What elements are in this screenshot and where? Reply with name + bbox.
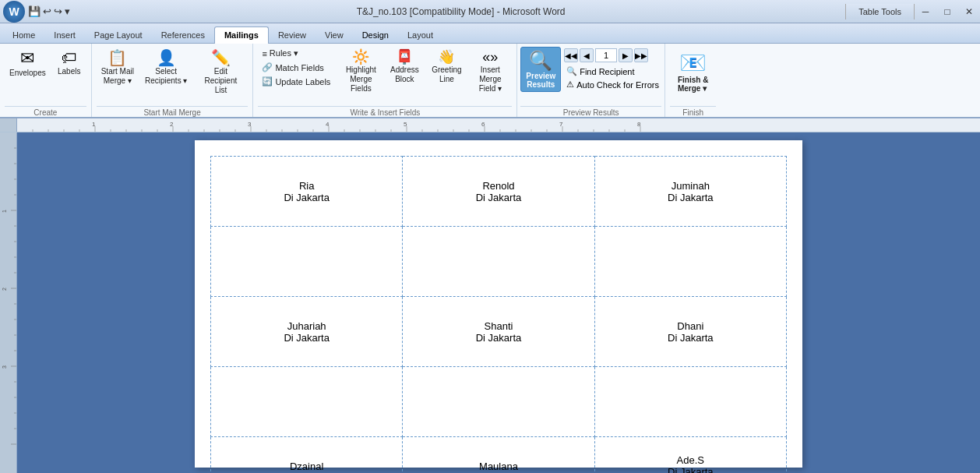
document-area[interactable]: RiaDi JakartaRenoldDi JakartaJuminahDi J… [17,132,980,473]
auto-check-icon: ⚠ [566,79,574,90]
document-page: RiaDi JakartaRenoldDi JakartaJuminahDi J… [195,140,802,468]
match-fields-icon: 🔗 [262,62,273,72]
start-mail-merge-button[interactable]: 📋 Start MailMerge ▾ [97,47,139,89]
table-cell-4-1[interactable]: MaulanaDi Jakarta [403,437,594,474]
table-tools-label: Table Tools [845,4,915,19]
table-cell-3-0[interactable] [211,367,403,437]
cell-city-0-0: Di Jakarta [217,192,396,203]
table-cell-0-0[interactable]: RiaDi Jakarta [211,157,403,227]
table-cell-2-0[interactable]: JuhariahDi Jakarta [211,297,403,367]
undo-icon[interactable]: ↩ [43,5,51,17]
envelopes-label: Envelopes [9,69,46,78]
labels-button[interactable]: 🏷 Labels [52,47,86,79]
find-recipient-icon: 🔍 [566,66,577,76]
match-fields-button[interactable]: 🔗 Match Fields [258,61,327,74]
svg-text:2: 2 [2,288,7,291]
cell-name-2-1: Shanti [409,320,587,332]
table-cell-0-2[interactable]: JuminahDi Jakarta [594,157,786,227]
tab-mailings[interactable]: Mailings [214,26,269,44]
address-block-button[interactable]: 📮 Address Block [384,47,425,87]
table-cell-1-2[interactable] [594,227,786,297]
tab-home[interactable]: Home [3,27,44,43]
finish-content: 📧 Finish &Merge ▾ [670,47,716,104]
cell-name-4-0: Dzainal [217,461,396,472]
svg-rect-49 [0,132,17,473]
table-cell-3-2[interactable] [594,367,786,437]
finish-section: 📧 Finish &Merge ▾ Finish [665,44,721,117]
svg-text:2: 2 [170,121,174,128]
insert-merge-field-button[interactable]: «» Insert Merge Field ▾ [468,47,512,97]
vertical-ruler: 1 2 3 [0,132,17,473]
select-recipients-button[interactable]: 👤 SelectRecipients ▾ [140,47,192,89]
preview-results-button[interactable]: 🔍 PreviewResults [520,47,561,92]
select-recipients-label: SelectRecipients ▾ [145,67,187,86]
finish-merge-button[interactable]: 📧 Finish &Merge ▾ [670,47,716,96]
create-section: ✉ Envelopes 🏷 Labels Create [0,44,92,117]
svg-rect-0 [17,118,980,132]
save-icon[interactable]: 💾 [28,5,41,17]
window-controls: ─ □ ✕ [915,1,980,23]
table-cell-2-1[interactable]: ShantiDi Jakarta [403,297,594,367]
ruler-left-margin [0,118,17,132]
find-recipient-label: Find Recipient [580,67,634,76]
maximize-button[interactable]: □ [936,1,958,23]
envelope-icon: ✉ [20,50,34,67]
tab-page-layout[interactable]: Page Layout [85,27,152,43]
horizontal-ruler: 1 2 3 4 5 6 7 8 [0,118,980,132]
nav-first-button[interactable]: ◀◀ [564,48,578,62]
nav-last-button[interactable]: ▶▶ [634,48,648,62]
minimize-button[interactable]: ─ [915,1,936,23]
update-labels-icon: 🔄 [262,76,273,86]
create-buttons: ✉ Envelopes 🏷 Labels [5,47,86,104]
nav-prev-button[interactable]: ◀ [580,48,594,62]
envelopes-button[interactable]: ✉ Envelopes [5,47,51,81]
labels-label: Labels [58,67,80,76]
svg-text:6: 6 [481,121,485,128]
table-cell-4-2[interactable]: Ade.SDi Jakarta| [594,437,786,474]
svg-text:3: 3 [2,365,7,369]
cell-city-0-2: Di Jakarta [601,192,780,203]
dropdown-icon[interactable]: ▾ [65,5,70,17]
greeting-line-button[interactable]: 👋 Greeting Line [426,47,467,87]
cell-name-2-0: Juhariah [217,320,396,332]
table-cell-0-1[interactable]: RenoldDi Jakarta [403,157,594,227]
tab-design[interactable]: Design [353,27,398,43]
tab-references[interactable]: References [152,27,214,43]
edit-recipient-label: EditRecipient List [198,67,243,95]
nav-next-button[interactable]: ▶ [619,48,633,62]
auto-check-errors-button[interactable]: ⚠ Auto Check for Errors [564,79,661,90]
close-button[interactable]: ✕ [958,1,980,23]
rules-label: Rules ▾ [270,48,298,58]
table-cell-3-1[interactable] [403,367,594,437]
address-block-label: Address Block [389,65,420,84]
rules-button[interactable]: ≡ Rules ▾ [258,47,302,60]
labels-icon: 🏷 [62,50,77,65]
start-mail-merge-section: 📋 Start MailMerge ▾ 👤 SelectRecipients ▾… [92,44,254,117]
tab-insert[interactable]: Insert [44,27,85,43]
cell-city-4-2: Di Jakarta [601,466,780,473]
table-cell-4-0[interactable]: DzainalDi Jakarta [211,437,403,474]
cell-name-4-1: Maulana [409,461,587,472]
insert-merge-icon: «» [482,50,498,64]
mail-merge-table: RiaDi JakartaRenoldDi JakartaJuminahDi J… [210,156,787,473]
address-block-icon: 📮 [396,50,413,64]
edit-recipient-list-button[interactable]: ✏️ EditRecipient List [193,47,248,98]
find-recipient-button[interactable]: 🔍 Find Recipient [564,65,661,77]
update-labels-button[interactable]: 🔄 Update Labels [258,75,334,88]
insert-merge-label: Insert Merge Field ▾ [473,65,507,94]
table-cell-1-1[interactable] [403,227,594,297]
preview-results-label: Preview Results [520,106,661,117]
svg-text:1: 1 [2,210,7,213]
redo-icon[interactable]: ↪ [54,5,62,17]
start-mail-merge-buttons: 📋 Start MailMerge ▾ 👤 SelectRecipients ▾… [97,47,249,104]
table-cell-2-2[interactable]: DhaniDi Jakarta [594,297,786,367]
tab-view[interactable]: View [316,27,353,43]
tab-layout[interactable]: Layout [398,27,442,43]
tab-review[interactable]: Review [269,27,316,43]
table-cell-1-0[interactable] [211,227,403,297]
write-insert-content: ≡ Rules ▾ 🔗 Match Fields 🔄 Update Labels… [258,47,512,104]
auto-check-label: Auto Check for Errors [576,80,659,90]
greeting-label: Greeting Line [431,65,462,84]
highlight-merge-fields-button[interactable]: 🔆 Highlight Merge Fields [339,47,382,97]
nav-page-input[interactable] [595,48,617,62]
